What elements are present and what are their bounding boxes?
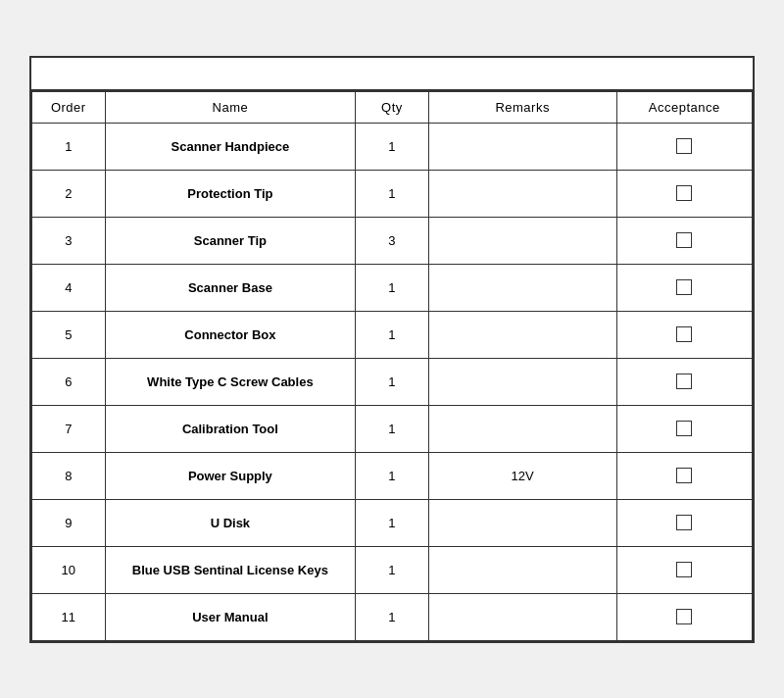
table-row: 3Scanner Tip3: [32, 217, 753, 264]
cell-qty: 1: [356, 546, 429, 593]
table-row: 7Calibration Tool1: [32, 405, 753, 452]
acceptance-checkbox[interactable]: [676, 326, 692, 342]
cell-order: 1: [32, 123, 106, 170]
cell-order: 11: [32, 593, 106, 640]
table-row: 9U Disk1: [32, 499, 753, 546]
cell-qty: 1: [356, 593, 429, 640]
cell-name: Connector Box: [105, 311, 356, 358]
cell-name: White Type C Screw Cables: [105, 358, 356, 405]
checklist-table: Order Name Qty Remarks Acceptance 1Scann…: [31, 91, 753, 641]
cell-order: 9: [32, 499, 106, 546]
cell-qty: 1: [356, 452, 429, 499]
cell-remarks: [428, 264, 616, 311]
cell-remarks: [428, 217, 616, 264]
cell-remarks: [428, 546, 616, 593]
cell-qty: 1: [356, 499, 429, 546]
cell-acceptance[interactable]: [616, 499, 753, 546]
cell-order: 6: [32, 358, 106, 405]
cell-name: User Manual: [105, 593, 356, 640]
cell-name: Blue USB Sentinal License Keys: [105, 546, 356, 593]
table-row: 1Scanner Handpiece1: [32, 123, 753, 170]
cell-acceptance[interactable]: [616, 452, 753, 499]
cell-acceptance[interactable]: [616, 170, 753, 217]
acceptance-checkbox[interactable]: [676, 185, 692, 201]
cell-acceptance[interactable]: [616, 264, 753, 311]
acceptance-checkbox[interactable]: [676, 138, 692, 154]
table-row: 5Connector Box1: [32, 311, 753, 358]
cell-name: Power Supply: [105, 452, 356, 499]
acceptance-checkbox[interactable]: [676, 421, 692, 436]
cell-remarks: 12V: [428, 452, 616, 499]
cell-acceptance[interactable]: [616, 311, 753, 358]
acceptance-checkbox[interactable]: [676, 609, 692, 624]
col-header-remarks: Remarks: [428, 91, 616, 123]
cell-remarks: [428, 170, 616, 217]
cell-remarks: [428, 311, 616, 358]
cell-remarks: [428, 358, 616, 405]
checklist-container: Order Name Qty Remarks Acceptance 1Scann…: [29, 56, 755, 643]
table-row: 4Scanner Base1: [32, 264, 753, 311]
cell-acceptance[interactable]: [616, 217, 753, 264]
cell-qty: 1: [356, 311, 429, 358]
cell-name: Calibration Tool: [105, 405, 356, 452]
cell-remarks: [428, 499, 616, 546]
cell-name: Protection Tip: [105, 170, 356, 217]
acceptance-checkbox[interactable]: [676, 562, 692, 577]
cell-order: 4: [32, 264, 106, 311]
table-row: 6White Type C Screw Cables1: [32, 358, 753, 405]
cell-acceptance[interactable]: [616, 593, 753, 640]
col-header-qty: Qty: [356, 91, 429, 123]
cell-order: 7: [32, 405, 106, 452]
cell-remarks: [428, 593, 616, 640]
table-row: 8Power Supply112V: [32, 452, 753, 499]
acceptance-checkbox[interactable]: [676, 468, 692, 483]
table-header-row: Order Name Qty Remarks Acceptance: [32, 91, 753, 123]
cell-order: 3: [32, 217, 106, 264]
cell-acceptance[interactable]: [616, 358, 753, 405]
cell-order: 2: [32, 170, 106, 217]
cell-order: 10: [32, 546, 106, 593]
col-header-acceptance: Acceptance: [616, 91, 753, 123]
cell-qty: 1: [356, 264, 429, 311]
col-header-name: Name: [105, 91, 356, 123]
cell-name: Scanner Base: [105, 264, 356, 311]
cell-qty: 1: [356, 405, 429, 452]
checklist-title: [31, 58, 753, 91]
cell-name: Scanner Handpiece: [105, 123, 356, 170]
cell-qty: 1: [356, 358, 429, 405]
table-row: 2Protection Tip1: [32, 170, 753, 217]
acceptance-checkbox[interactable]: [676, 515, 692, 530]
cell-acceptance[interactable]: [616, 123, 753, 170]
cell-remarks: [428, 405, 616, 452]
cell-qty: 3: [356, 217, 429, 264]
table-body: 1Scanner Handpiece12Protection Tip13Scan…: [32, 123, 753, 640]
cell-name: U Disk: [105, 499, 356, 546]
cell-qty: 1: [356, 123, 429, 170]
table-row: 10Blue USB Sentinal License Keys1: [32, 546, 753, 593]
acceptance-checkbox[interactable]: [676, 374, 692, 389]
cell-acceptance[interactable]: [616, 546, 753, 593]
cell-name: Scanner Tip: [105, 217, 356, 264]
table-row: 11User Manual1: [32, 593, 753, 640]
cell-qty: 1: [356, 170, 429, 217]
cell-order: 5: [32, 311, 106, 358]
cell-remarks: [428, 123, 616, 170]
cell-order: 8: [32, 452, 106, 499]
cell-acceptance[interactable]: [616, 405, 753, 452]
col-header-order: Order: [32, 91, 106, 123]
acceptance-checkbox[interactable]: [676, 232, 692, 248]
acceptance-checkbox[interactable]: [676, 279, 692, 295]
